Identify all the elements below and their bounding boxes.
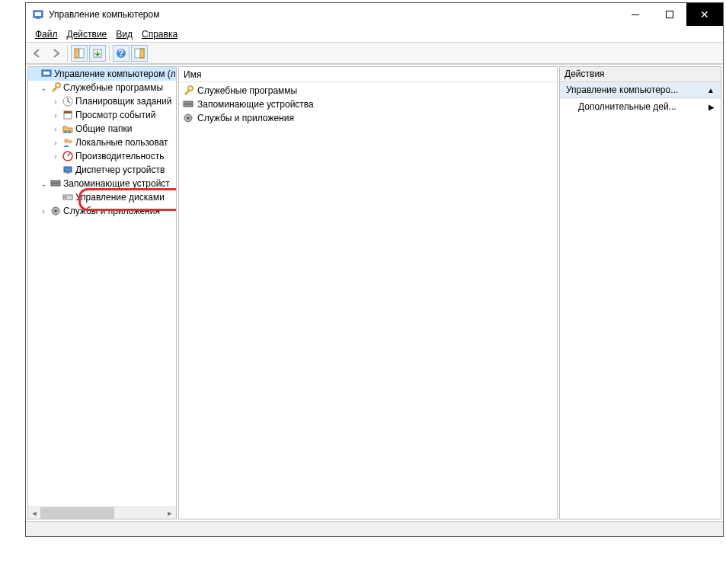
scroll-right-button[interactable]: ► — [164, 507, 176, 519]
svg-rect-30 — [184, 101, 193, 104]
svg-rect-9 — [140, 49, 144, 58]
services-icon — [50, 205, 62, 217]
menu-action[interactable]: Действие — [62, 27, 112, 41]
scroll-thumb[interactable] — [40, 507, 114, 519]
svg-point-19 — [69, 140, 72, 144]
help-button[interactable]: ? — [113, 45, 130, 62]
list-label: Служебные программы — [197, 85, 297, 96]
services-icon — [182, 112, 194, 124]
expand-icon[interactable]: › — [51, 125, 60, 133]
performance-icon — [62, 150, 74, 162]
tree-event-viewer[interactable]: › Просмотр событий — [28, 108, 176, 122]
computer-management-window: Управление компьютером ✕ Файл Действие В… — [25, 2, 724, 537]
collapse-icon[interactable]: ⌄ — [39, 84, 48, 92]
expand-icon[interactable]: › — [51, 97, 60, 106]
tree-label: Локальные пользоват — [75, 137, 168, 148]
titlebar: Управление компьютером ✕ — [26, 3, 723, 26]
minimize-button[interactable] — [618, 3, 652, 26]
shared-folder-icon — [62, 123, 74, 135]
tree-disk-management[interactable]: Управление дисками — [28, 190, 176, 204]
expand-icon[interactable]: › — [51, 152, 60, 161]
menu-help[interactable]: Справка — [137, 27, 182, 41]
tree-label: Диспетчер устройств — [75, 165, 165, 175]
show-hide-tree-button[interactable] — [71, 45, 88, 62]
chevron-right-icon: ▶ — [708, 103, 715, 111]
list-label: Запоминающие устройства — [197, 99, 314, 110]
list-item[interactable]: Запоминающие устройства — [182, 97, 554, 111]
close-button[interactable]: ✕ — [686, 3, 723, 26]
computer-icon — [40, 68, 53, 80]
tools-icon — [50, 81, 62, 94]
tree-root[interactable]: Управление компьютером (л — [28, 67, 176, 81]
tree-label: Производительность — [75, 151, 164, 161]
tree-services-apps[interactable]: › Службы и приложения — [28, 204, 176, 218]
tree-label: Служебные программы — [63, 82, 163, 93]
tree-task-scheduler[interactable]: › Планировщик заданий — [28, 94, 176, 108]
actions-panel: Действия Управление компьютеро... ▲ Допо… — [559, 66, 721, 519]
menu-view[interactable]: Вид — [111, 27, 137, 41]
window-title: Управление компьютером — [49, 9, 618, 20]
disk-icon — [62, 191, 74, 203]
export-list-button[interactable] — [89, 45, 106, 62]
svg-point-16 — [64, 130, 67, 133]
action-section-label: Управление компьютеро... — [566, 85, 678, 95]
collapse-icon[interactable]: ⌄ — [39, 180, 48, 188]
device-icon — [62, 164, 74, 176]
svg-point-12 — [56, 83, 60, 88]
tree-label: Просмотр событий — [75, 110, 155, 120]
toolbar-separator — [67, 46, 68, 61]
svg-rect-31 — [184, 104, 193, 107]
nav-forward-button[interactable] — [47, 45, 64, 62]
svg-rect-23 — [51, 181, 60, 183]
svg-point-33 — [187, 117, 190, 120]
svg-rect-15 — [64, 111, 72, 113]
tree-local-users[interactable]: › Локальные пользоват — [28, 136, 176, 149]
tree-label: Службы и приложения — [63, 206, 160, 216]
clock-icon — [62, 95, 74, 107]
list-item[interactable]: Служебные программы — [182, 84, 554, 97]
tree-system-tools[interactable]: ⌄ Служебные программы — [28, 81, 176, 94]
actions-section[interactable]: Управление компьютеро... ▲ — [560, 82, 721, 98]
collapse-icon: ▲ — [707, 86, 715, 94]
menu-file[interactable]: Файл — [30, 27, 62, 41]
list-body: Служебные программы Запоминающие устройс… — [179, 82, 557, 519]
action-label: Дополнительные дей... — [578, 101, 676, 112]
users-icon — [62, 136, 74, 149]
expand-icon[interactable]: › — [51, 139, 60, 147]
scroll-track[interactable] — [40, 507, 164, 519]
tree-body: Управление компьютером (л ⌄ Служебные пр… — [28, 67, 176, 507]
scroll-left-button[interactable]: ◄ — [28, 507, 40, 519]
list-item[interactable]: Службы и приложения — [182, 111, 554, 125]
tree-label: Планировщик заданий — [75, 96, 171, 107]
menubar: Файл Действие Вид Справка — [26, 26, 723, 43]
actions-header: Действия — [560, 67, 721, 82]
show-actions-button[interactable] — [131, 45, 148, 62]
svg-rect-11 — [43, 72, 50, 75]
event-icon — [62, 109, 74, 121]
expand-icon[interactable]: › — [39, 207, 48, 216]
toolbar: ? — [26, 43, 723, 64]
action-more[interactable]: Дополнительные дей... ▶ — [560, 98, 721, 115]
tree-performance[interactable]: › Производительность — [28, 149, 176, 163]
tree-shared-folders[interactable]: › Общие папки — [28, 122, 176, 136]
storage-icon — [182, 98, 194, 110]
window-controls: ✕ — [618, 3, 723, 26]
tree-scrollbar[interactable]: ◄ ► — [28, 507, 176, 519]
expand-icon[interactable]: › — [51, 111, 60, 120]
maximize-button[interactable] — [652, 3, 686, 26]
tools-icon — [182, 85, 194, 97]
svg-rect-4 — [79, 49, 84, 58]
nav-back-button[interactable] — [29, 45, 46, 62]
svg-point-18 — [64, 139, 69, 143]
tree-panel: Управление компьютером (л ⌄ Служебные пр… — [27, 66, 177, 519]
storage-icon — [50, 177, 62, 190]
svg-point-26 — [65, 197, 67, 199]
tree-label: Управление компьютером (л — [54, 69, 176, 79]
column-name: Имя — [184, 69, 201, 80]
svg-rect-24 — [51, 184, 60, 186]
tree-device-manager[interactable]: Диспетчер устройств — [28, 163, 176, 177]
list-header[interactable]: Имя — [179, 67, 557, 82]
tree-storage[interactable]: ⌄ Запоминающие устройст — [28, 177, 176, 190]
toolbar-separator — [109, 46, 110, 61]
svg-text:?: ? — [118, 48, 123, 59]
